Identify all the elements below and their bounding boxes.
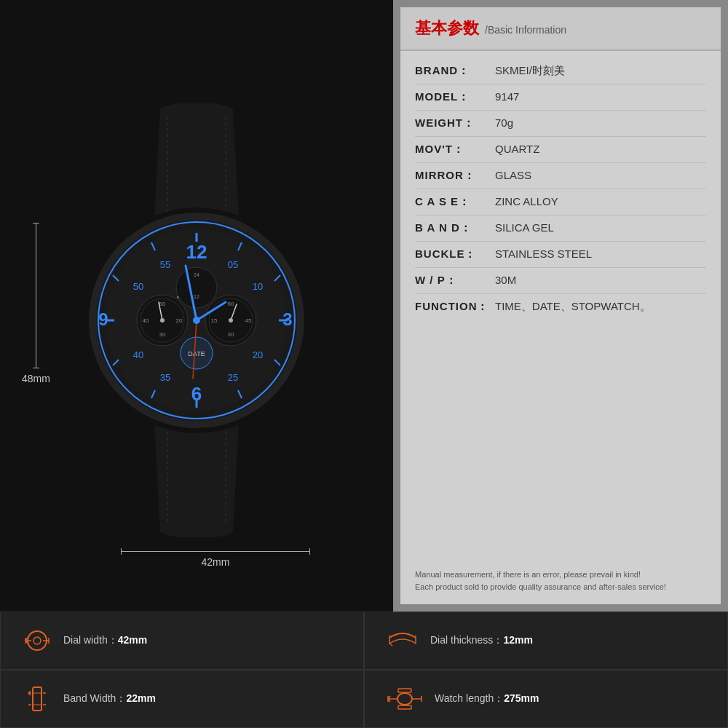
height-label: 48mm (22, 373, 50, 384)
dial-width-icon (23, 628, 52, 654)
spec-row: MOV'T：QUARTZ (415, 137, 706, 163)
spec-label: B A N D： (415, 221, 495, 235)
spec-label: MODEL： (415, 90, 495, 104)
watch-length-item: Watch length：275mm (364, 670, 728, 728)
band-width-item: Band Width：22mm (0, 670, 364, 728)
spec-row: BRAND：SKMEI/时刻美 (415, 58, 706, 84)
dial-thickness-icon (387, 628, 419, 654)
svg-text:25: 25 (228, 372, 238, 383)
spec-label: WEIGHT： (415, 116, 495, 130)
svg-text:55: 55 (160, 259, 170, 270)
svg-text:12: 12 (186, 241, 207, 263)
svg-text:40: 40 (143, 317, 149, 324)
specs-header: 基本参数 /Basic Information (400, 7, 721, 51)
spec-row: B A N D：SILICA GEL (415, 215, 706, 242)
svg-text:30: 30 (228, 331, 234, 338)
svg-text:12: 12 (194, 294, 199, 299)
spec-value: 30M (495, 274, 516, 286)
svg-text:9: 9 (98, 309, 108, 329)
spec-label: W / P： (415, 274, 495, 288)
watch-image: 12 3 6 9 05 10 55 50 40 35 25 20 SKMEI (58, 102, 335, 539)
svg-point-58 (229, 318, 233, 323)
svg-line-72 (389, 644, 392, 646)
spec-row: WEIGHT：70g (415, 111, 706, 137)
specs-title-chinese: 基本参数 (415, 17, 479, 39)
spec-row: C A S E：ZINC ALLOY (415, 189, 706, 215)
svg-text:30: 30 (159, 331, 166, 338)
spec-value: STAINLESS STEEL (495, 248, 592, 260)
svg-text:45: 45 (245, 317, 252, 324)
svg-text:05: 05 (228, 259, 238, 270)
svg-text:24: 24 (194, 272, 199, 277)
svg-text:35: 35 (160, 372, 170, 383)
svg-point-82 (397, 693, 412, 705)
spec-value: GLASS (495, 169, 531, 181)
spec-label: FUNCTION： (415, 300, 495, 314)
svg-text:60: 60 (159, 301, 166, 307)
watch-section: 48mm (0, 0, 393, 612)
svg-text:60: 60 (228, 301, 234, 307)
svg-text:6: 6 (191, 383, 202, 405)
svg-point-57 (160, 318, 165, 323)
spec-value: TIME、DATE、STOPWATCH。 (495, 300, 651, 314)
svg-text:10: 10 (253, 281, 263, 292)
spec-label: BUCKLE： (415, 248, 495, 261)
specs-body: BRAND：SKMEI/时刻美MODEL：9147WEIGHT：70gMOV'T… (400, 51, 721, 561)
spec-row: MIRROR：GLASS (415, 163, 706, 189)
width-label: 42mm (202, 556, 230, 568)
spec-row: W / P：30M (415, 268, 706, 294)
width-dimension: 42mm (121, 551, 310, 568)
dial-width-item: Dial width：42mm (0, 612, 364, 670)
specs-note: Manual measurement, if there is an error… (400, 561, 721, 604)
spec-value: ZINC ALLOY (495, 195, 558, 207)
spec-label: BRAND： (415, 64, 495, 78)
spec-label: C A S E： (415, 195, 495, 209)
specs-note-line1: Manual measurement, if there is an error… (415, 569, 706, 582)
svg-text:40: 40 (133, 349, 143, 360)
spec-value: SKMEI/时刻美 (495, 64, 565, 78)
specs-section: 基本参数 /Basic Information BRAND：SKMEI/时刻美M… (393, 0, 728, 612)
svg-text:15: 15 (211, 317, 218, 324)
height-dimension: 48mm (22, 223, 50, 389)
svg-rect-83 (398, 689, 411, 692)
band-width-icon (23, 686, 52, 712)
specs-card: 基本参数 /Basic Information BRAND：SKMEI/时刻美M… (400, 7, 721, 604)
spec-value: 70g (495, 116, 513, 129)
svg-rect-84 (398, 705, 411, 709)
spec-value: QUARTZ (495, 143, 539, 155)
dial-thickness-item: Dial thickness：12mm (364, 612, 728, 670)
specs-note-line2: Each product sold to provide quality ass… (415, 581, 706, 594)
svg-text:DATE: DATE (188, 350, 205, 357)
svg-rect-73 (33, 687, 41, 711)
svg-text:50: 50 (133, 281, 143, 292)
svg-point-54 (193, 317, 200, 324)
svg-text:20: 20 (253, 349, 263, 360)
spec-label: MIRROR： (415, 169, 495, 183)
dial-thickness-text: Dial thickness：12mm (430, 634, 533, 647)
spec-value: SILICA GEL (495, 221, 554, 234)
svg-text:3: 3 (282, 309, 292, 329)
svg-text:20: 20 (176, 317, 183, 324)
spec-value: 9147 (495, 90, 519, 103)
spec-row: BUCKLE：STAINLESS STEEL (415, 242, 706, 268)
spec-row: FUNCTION：TIME、DATE、STOPWATCH。 (415, 294, 706, 320)
dial-width-text: Dial width：42mm (63, 634, 147, 647)
watch-length-icon (387, 686, 423, 712)
specs-title-english: /Basic Information (485, 24, 566, 36)
spec-label: MOV'T： (415, 143, 495, 157)
svg-point-60 (33, 637, 41, 644)
spec-row: MODEL：9147 (415, 84, 706, 111)
band-width-text: Band Width：22mm (63, 692, 156, 705)
watch-length-text: Watch length：275mm (435, 692, 539, 705)
bottom-bar: Dial width：42mm Dial thickness：12mm (0, 612, 728, 728)
